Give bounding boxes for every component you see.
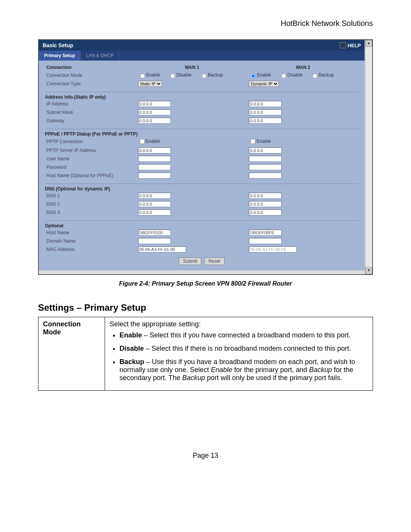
label-connection-mode: Connection Mode xyxy=(45,71,137,80)
label-hostopt: Host Name (Optional for PPPoE) xyxy=(45,171,137,180)
help-label: HELP xyxy=(347,43,361,48)
wan1-enable-radio[interactable]: Enable xyxy=(138,72,160,78)
wan2-dns2-input[interactable] xyxy=(249,201,282,207)
label-pptp-server: PPTP Server IP Address xyxy=(45,146,137,155)
list-item: Backup – Use this if you have a broadban… xyxy=(119,358,368,382)
label-mac: MAC Address xyxy=(45,245,137,254)
panel-title: Basic Setup xyxy=(43,42,73,48)
wan1-dns2-input[interactable] xyxy=(138,201,171,207)
wan2-pptp-server-input[interactable] xyxy=(249,147,282,153)
wan1-user-input[interactable] xyxy=(138,156,171,162)
wan1-ip-input[interactable] xyxy=(138,101,171,107)
wan1-pass-input[interactable] xyxy=(138,164,171,170)
wan2-ip-input[interactable] xyxy=(249,101,282,107)
tab-lan-dhcp[interactable]: LAN & DHCP xyxy=(81,51,119,61)
wan1-hostopt-input[interactable] xyxy=(138,173,171,179)
scroll-down-icon[interactable]: ▼ xyxy=(365,267,372,274)
help-link[interactable]: HELP xyxy=(340,42,361,48)
tab-primary-setup[interactable]: Primary Setup xyxy=(39,51,81,61)
wan2-disable-radio[interactable]: Disable xyxy=(279,72,303,78)
wan1-conn-type-select[interactable]: Static IP xyxy=(138,81,162,87)
wan1-dns3-input[interactable] xyxy=(138,209,171,216)
wan2-mac-input[interactable] xyxy=(249,246,297,252)
wan2-gateway-input[interactable] xyxy=(249,118,282,124)
wan1-subnet-input[interactable] xyxy=(138,109,171,115)
wan2-domain-input[interactable] xyxy=(249,238,282,244)
scroll-up-icon[interactable]: ▲ xyxy=(365,40,372,47)
settings-intro: Select the appropriate setting: xyxy=(110,320,201,328)
label-dns1: DNS 1 xyxy=(45,192,137,200)
section-pppoe: PPPoE / PPTP Dialup (For PPPoE or PPTP) xyxy=(45,129,358,137)
wan2-backup-radio[interactable]: Backup xyxy=(311,72,334,78)
label-subnet: Subnet Mask xyxy=(45,108,137,117)
list-item: Enable – Select this if you have connect… xyxy=(119,331,368,339)
header-connection: Connection xyxy=(45,64,137,71)
header-wan1: WAN 1 xyxy=(137,64,248,71)
wan2-user-input[interactable] xyxy=(249,156,282,162)
figure-caption: Figure 2-4: Primary Setup Screen VPN 800… xyxy=(38,280,373,287)
section-dns: DNS (Optional for dynamic IP) xyxy=(45,184,358,192)
wan1-disable-radio[interactable]: Disable xyxy=(168,72,191,78)
label-pass: Password xyxy=(45,163,137,171)
header-wan2: WAN 2 xyxy=(247,64,358,71)
label-user: User Name xyxy=(45,155,137,163)
label-connection-type: Connection Type xyxy=(45,80,137,88)
doc-header: HotBrick Network Solutions xyxy=(38,19,373,28)
wan2-pass-input[interactable] xyxy=(249,164,282,170)
label-gateway: Gateway xyxy=(45,117,137,125)
wan1-mac-input[interactable] xyxy=(138,246,186,252)
router-screenshot: ▲ ▼ Basic Setup HELP Primary Setup LAN &… xyxy=(38,39,373,275)
label-pptp-conn: PPTP Connection xyxy=(45,137,137,146)
settings-heading: Settings – Primary Setup xyxy=(38,302,373,313)
section-address-info: Address Info.(Static IP only) xyxy=(45,92,358,100)
wan2-dns1-input[interactable] xyxy=(249,193,282,199)
list-item: Disable – Select this if there is no bro… xyxy=(119,345,368,353)
wan2-hostname-input[interactable] xyxy=(249,230,282,236)
wan1-gateway-input[interactable] xyxy=(138,118,171,124)
wan1-hostname-input[interactable] xyxy=(138,230,171,236)
wan1-domain-input[interactable] xyxy=(138,238,171,244)
label-ip-address: IP Address xyxy=(45,100,137,108)
wan2-subnet-input[interactable] xyxy=(249,109,282,115)
label-dns3: DNS 3 xyxy=(45,208,137,217)
label-domain: Domain Name xyxy=(45,237,137,245)
reset-button[interactable]: Reset xyxy=(204,257,225,265)
wan2-enable-radio[interactable]: Enable xyxy=(249,72,271,78)
label-hostname: Host Name xyxy=(45,228,137,237)
scrollbar[interactable]: ▲ ▼ xyxy=(365,40,372,274)
wan2-dns3-input[interactable] xyxy=(249,209,282,216)
wan2-hostopt-input[interactable] xyxy=(249,173,282,179)
wan1-pptp-enable-checkbox[interactable]: Enable xyxy=(138,139,160,144)
help-icon xyxy=(340,42,346,48)
settings-table: Connection Mode Select the appropriate s… xyxy=(38,317,373,391)
wan1-backup-radio[interactable]: Backup xyxy=(200,72,223,78)
settings-key: Connection Mode xyxy=(38,317,105,391)
wan1-pptp-server-input[interactable] xyxy=(138,147,171,153)
wan2-pptp-enable-checkbox[interactable]: Enable xyxy=(249,139,271,144)
submit-button[interactable]: Submit xyxy=(179,257,201,265)
label-dns2: DNS 2 xyxy=(45,200,137,208)
wan2-conn-type-select[interactable]: Dynamic IP xyxy=(249,81,279,87)
settings-value-cell: Select the appropriate setting: Enable –… xyxy=(105,317,373,391)
tab-bar: Primary Setup LAN & DHCP xyxy=(39,51,365,61)
wan1-dns1-input[interactable] xyxy=(138,193,171,199)
page-footer: Page 13 xyxy=(38,452,373,460)
section-optional: Optional xyxy=(45,220,358,228)
